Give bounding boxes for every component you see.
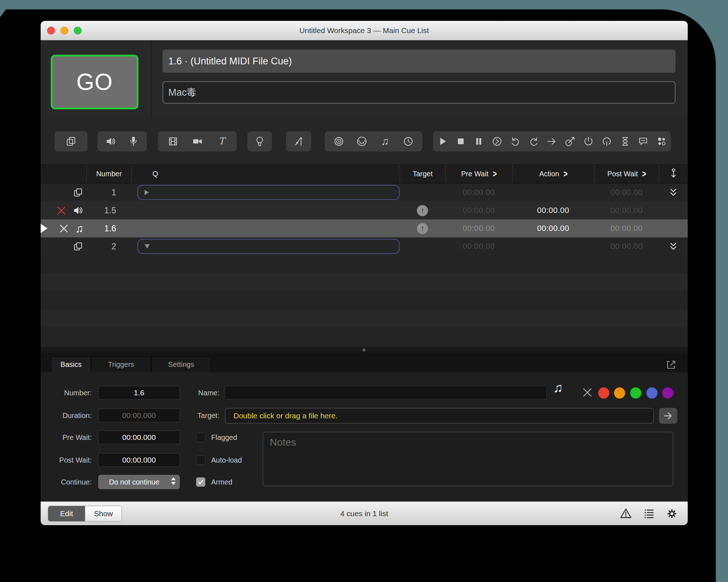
load-cue-button[interactable] bbox=[525, 131, 543, 151]
target-field[interactable]: Double click or drag a file here. bbox=[225, 408, 654, 424]
post-wait-field[interactable] bbox=[98, 453, 180, 467]
pre-wait-field[interactable] bbox=[98, 431, 180, 444]
minimize-window-button[interactable] bbox=[60, 27, 68, 35]
script-cue-button[interactable] bbox=[652, 131, 670, 151]
clear-color-x-icon[interactable] bbox=[582, 387, 592, 397]
show-mode-button[interactable]: Show bbox=[85, 506, 122, 521]
autoload-checkbox[interactable] bbox=[196, 455, 205, 465]
color-swatch-red[interactable] bbox=[598, 387, 609, 399]
audio-cue-button[interactable] bbox=[102, 131, 120, 151]
cue-row-2[interactable]: 2 00:00.00 00:00.00 bbox=[41, 237, 688, 255]
target-browse-button[interactable] bbox=[659, 408, 677, 424]
music-note-icon: ♫ bbox=[381, 136, 389, 147]
midi-file-cue-button[interactable]: ♫ bbox=[376, 131, 394, 151]
color-swatch-purple[interactable] bbox=[662, 387, 673, 399]
duration-field[interactable] bbox=[98, 409, 180, 422]
wait-cue-button[interactable] bbox=[616, 131, 634, 151]
cue-row-1.5[interactable]: 1.5 ↑ 00:00.00 00:00.00 00:00.00 bbox=[41, 201, 688, 219]
autoload-checkbox-row[interactable]: Auto-load bbox=[196, 455, 242, 465]
devamp-cue-button[interactable] bbox=[488, 131, 506, 151]
target-cue-button[interactable] bbox=[561, 131, 579, 151]
auto-continue-chevrons-icon bbox=[669, 242, 677, 251]
cue-row-1.6-selected[interactable]: ♫ 1.6 ↑ 00:00.00 00:00.00 00:00.00 bbox=[41, 219, 688, 237]
number-field[interactable] bbox=[98, 386, 180, 400]
flagged-checkbox[interactable] bbox=[196, 433, 205, 442]
notes-field[interactable] bbox=[263, 432, 673, 486]
tab-triggers[interactable]: Triggers bbox=[91, 356, 151, 372]
armed-checkbox[interactable] bbox=[196, 477, 205, 487]
tab-basics[interactable]: Basics bbox=[51, 356, 91, 372]
number-label: Number: bbox=[41, 389, 92, 397]
tab-settings[interactable]: Settings bbox=[151, 356, 211, 372]
target-label: Target: bbox=[168, 412, 219, 420]
splitter-handle-icon[interactable] bbox=[363, 349, 365, 351]
broken-cue-x-icon bbox=[56, 206, 66, 215]
continue-dropdown[interactable]: Do not continue bbox=[98, 475, 180, 489]
armed-checkbox-row[interactable]: Armed bbox=[196, 477, 232, 487]
light-cue-button[interactable] bbox=[251, 131, 269, 151]
cue-row-1[interactable]: 1 00:00.00 00:00.00 bbox=[41, 183, 688, 201]
color-swatch-orange[interactable] bbox=[614, 387, 625, 399]
edit-mode-button[interactable]: Edit bbox=[48, 506, 85, 521]
stop-cue-button[interactable] bbox=[452, 131, 470, 151]
pause-cue-button[interactable] bbox=[470, 131, 488, 151]
panel-splitter[interactable] bbox=[41, 347, 688, 353]
popout-inspector-button[interactable] bbox=[665, 359, 677, 372]
midi-cue-button[interactable] bbox=[353, 131, 371, 151]
group-cue-icon bbox=[73, 187, 83, 198]
start-cue-button[interactable] bbox=[433, 131, 451, 151]
zoom-window-button[interactable] bbox=[74, 27, 82, 35]
fade-cue-button[interactable] bbox=[290, 131, 308, 151]
action-value: 00:00.00 bbox=[537, 224, 569, 233]
status-bar: 4 cues in 1 list Edit Show bbox=[41, 501, 688, 525]
window-title: Untitled Workspace 3 — Main Cue List bbox=[299, 26, 429, 35]
edit-show-toggle[interactable]: Edit Show bbox=[48, 506, 122, 522]
color-swatch-blue[interactable] bbox=[646, 387, 658, 399]
column-pre-wait[interactable]: Pre Wait> bbox=[445, 165, 512, 183]
cue-lists-button[interactable] bbox=[642, 507, 656, 520]
cue-name-field[interactable]: Mac毒 bbox=[163, 81, 675, 104]
group-name-field[interactable] bbox=[137, 185, 400, 200]
video-cue-button[interactable] bbox=[164, 131, 182, 151]
header-section: GO 1.6 · (Untitled MIDI File Cue) Mac毒 bbox=[41, 40, 688, 117]
network-cue-button[interactable] bbox=[330, 131, 348, 151]
column-q[interactable]: Q bbox=[131, 165, 400, 183]
broken-cue-x-icon bbox=[59, 224, 69, 233]
auto-continue-chevrons-icon bbox=[669, 188, 677, 197]
close-window-button[interactable] bbox=[47, 27, 55, 35]
color-swatch-green[interactable] bbox=[630, 387, 641, 399]
timecode-cue-button[interactable] bbox=[399, 131, 417, 151]
group-cue-button[interactable] bbox=[62, 131, 80, 151]
arm-cue-button[interactable] bbox=[579, 131, 597, 151]
camera-cue-button[interactable] bbox=[188, 131, 206, 151]
group-name-field[interactable] bbox=[137, 239, 400, 254]
column-action[interactable]: Action> bbox=[512, 165, 594, 183]
flagged-checkbox-row[interactable]: Flagged bbox=[196, 433, 237, 442]
checkmark-icon bbox=[197, 478, 204, 486]
hourglass-icon bbox=[619, 135, 631, 147]
name-field[interactable] bbox=[225, 386, 547, 400]
go-button[interactable]: GO bbox=[51, 55, 138, 109]
popout-icon bbox=[665, 359, 677, 370]
disarm-cue-button[interactable] bbox=[598, 131, 616, 151]
expanded-triangle-icon[interactable] bbox=[145, 244, 150, 249]
column-target[interactable]: Target bbox=[400, 165, 445, 183]
reset-cue-button[interactable] bbox=[506, 131, 524, 151]
power-icon bbox=[582, 135, 595, 147]
goto-cue-button[interactable] bbox=[543, 131, 561, 151]
column-post-wait[interactable]: Post Wait> bbox=[594, 165, 659, 183]
cue-number: 2 bbox=[86, 237, 131, 255]
collapsed-triangle-icon[interactable] bbox=[145, 190, 149, 195]
memo-cue-button[interactable] bbox=[634, 131, 652, 151]
target-up-arrow-icon: ↑ bbox=[417, 205, 428, 216]
warnings-button[interactable] bbox=[619, 507, 633, 520]
post-wait-value: 00:00.00 bbox=[610, 188, 643, 197]
mic-cue-button[interactable] bbox=[124, 131, 142, 151]
column-continue[interactable] bbox=[659, 165, 688, 183]
settings-gear-button[interactable] bbox=[665, 507, 679, 520]
text-cue-button[interactable]: T bbox=[213, 131, 231, 151]
titlebar[interactable]: Untitled Workspace 3 — Main Cue List bbox=[41, 21, 688, 40]
column-number[interactable]: Number bbox=[86, 165, 131, 183]
clock-icon bbox=[402, 135, 414, 147]
autoload-label: Auto-load bbox=[211, 456, 242, 464]
